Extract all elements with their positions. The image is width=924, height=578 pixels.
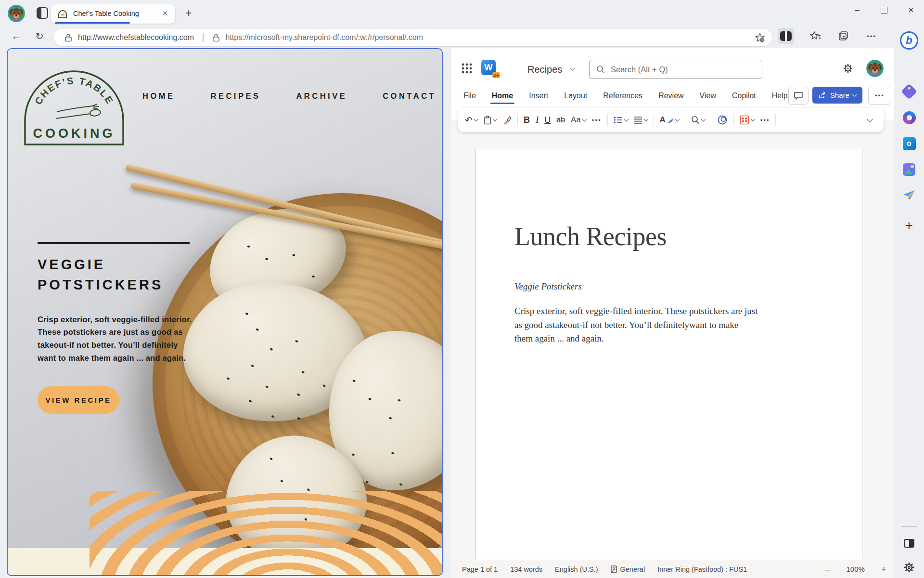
window-controls: – × [850,3,918,17]
sidebar-customize-button[interactable]: + [899,216,919,235]
menu-view[interactable]: View [699,90,717,102]
bold-button[interactable]: B [524,115,530,125]
app-launcher-icon[interactable] [461,63,473,74]
document-name[interactable]: Recipes [527,64,562,75]
ribbon-more-button[interactable]: ••• [868,87,891,105]
bullet-list-icon [614,116,623,124]
tab-progress-bar [55,22,130,24]
share-label: Share [830,91,849,99]
format-painter-button[interactable] [502,116,512,125]
url-secondary[interactable]: https://microsoft-my.sharepoint-df.com/:… [226,33,424,42]
more-font-options-button[interactable]: ••• [592,117,602,124]
underline-button[interactable]: U [544,115,551,125]
nav-contact[interactable]: CONTACT [383,92,436,101]
add-favorite-button[interactable] [755,32,765,43]
tab-close-icon[interactable]: × [160,8,170,19]
document-page[interactable]: Lunch Recipes Veggie Potstickers Crisp e… [475,149,862,560]
status-language[interactable]: English (U.S.) [555,565,598,573]
word-ribbon: ↶ B I U ab Aa ••• [458,108,884,132]
find-magnifier-icon [691,116,700,124]
nav-recipes[interactable]: RECIPES [211,92,261,101]
bullets-button[interactable] [614,116,628,124]
paper-plane-icon [903,190,915,201]
zoom-in-button[interactable]: + [881,564,886,575]
document-body-text: Crisp exterior, soft veggie-filled inter… [514,304,823,346]
sidebar-shopping-button[interactable] [899,82,919,101]
more-ribbon-options-button[interactable]: ••• [760,117,770,124]
comment-icon [794,91,803,100]
sidebar-outlook-button[interactable]: o [899,134,919,153]
split-screen-button[interactable] [778,28,794,44]
nav-home[interactable]: HOME [142,92,175,101]
view-recipe-button[interactable]: VIEW RECIPE [38,386,119,414]
comments-button[interactable] [788,87,808,105]
word-search-box[interactable]: Search (Alt + Q) [589,60,762,79]
minimize-button[interactable]: – [850,3,864,17]
paste-button[interactable] [484,116,497,125]
sidebar-toggle-button[interactable] [899,534,919,553]
change-case-button[interactable]: Aa [571,115,586,125]
menu-insert[interactable]: Insert [528,90,549,102]
styles-button[interactable]: A [660,115,679,125]
svg-text:COOKING: COOKING [33,126,115,141]
word-settings-gear-icon[interactable] [842,63,854,74]
status-word-count[interactable]: 134 words [510,565,542,573]
status-proofing[interactable]: General [611,565,645,573]
word-account-avatar[interactable] [866,60,884,77]
menu-home[interactable]: Home [491,90,513,102]
plus-icon: + [905,218,913,233]
collections-button[interactable] [835,28,852,44]
copilot-designer-button[interactable] [717,115,728,125]
nav-archive[interactable]: ARCHIVE [296,92,347,101]
search-icon [596,65,605,74]
dog-avatar-icon [8,5,25,22]
refresh-button[interactable]: ↻ [32,28,47,44]
menu-copilot[interactable]: Copilot [732,90,757,102]
share-button[interactable]: Share [812,87,862,104]
gear-icon [903,561,915,574]
line-spacing-button[interactable] [634,116,648,124]
sidebar-toggle-icon [904,539,914,548]
undo-button[interactable]: ↶ [465,115,478,126]
menu-file[interactable]: File [463,90,476,102]
format-painter-icon [502,116,512,125]
strikethrough-button[interactable]: ab [556,116,565,124]
site-header: CHEF’S TABLE COOKING HOME RECIPES ARCHIV… [8,49,442,155]
address-bar[interactable]: http://www.chefstablecooking.com https:/… [54,29,772,46]
collapse-ribbon-chevron-icon[interactable] [867,116,873,122]
edge-browser-window: Chef’s Table Cooking × + – × ← ↻ http://… [0,0,924,578]
browser-tab[interactable]: Chef’s Table Cooking × [51,4,175,24]
chefs-table-logo[interactable]: CHEF’S TABLE COOKING [21,63,127,148]
sidebar-drop-button[interactable] [899,186,919,205]
find-button[interactable] [691,116,705,124]
url-primary[interactable]: http://www.chefstablecooking.com [78,33,194,42]
menu-review[interactable]: Review [658,90,684,102]
zoom-level[interactable]: 100% [847,565,865,573]
menu-references[interactable]: References [603,90,643,102]
maximize-button[interactable] [877,3,891,17]
sidebar-m365-button[interactable] [899,108,919,127]
sidebar-designer-button[interactable] [899,160,919,179]
favorites-button[interactable] [808,28,824,44]
document-canvas[interactable]: Lunch Recipes Veggie Potstickers Crisp e… [451,120,894,560]
hero-description: Crisp exterior, soft veggie-filled inter… [38,313,230,365]
designer-image-icon [903,163,915,176]
word-app-icon[interactable]: W DF [481,60,498,76]
new-tab-button[interactable]: + [182,7,195,20]
back-button[interactable]: ← [9,28,24,44]
collections-icon [838,30,849,42]
bing-discover-button[interactable]: b [899,31,919,50]
document-name-chevron-icon[interactable] [570,66,575,71]
sidebar-settings-button[interactable] [899,558,919,577]
status-page-count[interactable]: Page 1 of 1 [462,565,498,573]
browser-profile-avatar[interactable] [8,5,25,22]
menu-help[interactable]: Help [771,90,788,102]
browser-settings-button[interactable]: ••• [863,28,880,44]
italic-button[interactable]: I [536,115,539,125]
zoom-out-button[interactable]: – [825,564,830,575]
close-window-button[interactable]: × [904,3,918,17]
document-subtitle: Veggie Potstickers [514,281,823,292]
apps-grid-button[interactable] [740,115,755,125]
menu-layout[interactable]: Layout [564,90,588,102]
workspaces-icon[interactable] [37,7,48,19]
